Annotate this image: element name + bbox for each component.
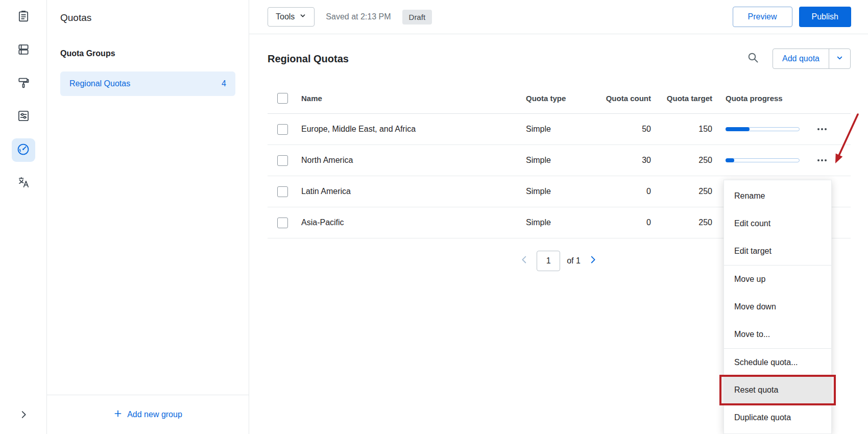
translate-icon [17, 176, 30, 191]
row-checkbox[interactable] [277, 218, 288, 228]
menu-item-edit-count[interactable]: Edit count [724, 210, 831, 237]
paint-roller-icon [17, 76, 30, 91]
save-status-text: Saved at 2:13 PM [326, 12, 391, 21]
menu-item-move-to[interactable]: Move to... [724, 321, 831, 348]
row-actions-menu-button[interactable] [813, 151, 831, 170]
preview-button[interactable]: Preview [733, 7, 792, 27]
rail-item-look-and-feel[interactable] [12, 72, 35, 95]
current-page-input[interactable]: 1 [537, 251, 560, 271]
quota-count: 0 [602, 218, 651, 227]
chevron-left-icon [519, 254, 530, 268]
quota-count: 0 [602, 187, 651, 196]
add-new-group-label: Add new group [127, 410, 182, 419]
quota-name: North America [301, 156, 526, 165]
module-rail [0, 0, 47, 434]
search-button[interactable] [747, 52, 759, 66]
add-new-group-button[interactable]: Add new group [47, 395, 249, 434]
quota-groups-panel: Quotas Quota Groups Regional Quotas 4 Ad… [47, 0, 249, 434]
quota-count: 30 [602, 156, 651, 165]
group-item-label: Regional Quotas [69, 79, 130, 88]
menu-item-edit-target[interactable]: Edit target [724, 237, 831, 265]
column-header-quota-progress: Quota progress [712, 94, 812, 103]
menu-item-rename[interactable]: Rename [724, 182, 831, 210]
section-header: Regional Quotas Add quota [249, 34, 868, 69]
row-actions-menu-button[interactable] [813, 120, 831, 138]
panel-title: Quotas [60, 12, 235, 23]
row-checkbox[interactable] [277, 155, 288, 166]
rail-item-blocks[interactable] [12, 39, 35, 62]
quota-name: Europe, Middle East, and Africa [301, 125, 526, 134]
sliders-icon [17, 109, 30, 125]
quota-count: 50 [602, 125, 651, 134]
gauge-icon [16, 142, 30, 158]
quota-progress-bar [712, 158, 812, 162]
rail-item-survey-builder[interactable] [12, 6, 35, 29]
column-header-quota-type: Quota type [526, 94, 602, 103]
survey-builder-icon [17, 10, 30, 25]
menu-item-move-up[interactable]: Move up [724, 266, 831, 293]
quota-target: 150 [651, 125, 712, 134]
menu-item-reset-quota[interactable]: Reset quota [724, 376, 831, 404]
row-context-menu: Rename Edit count Edit target Move up Mo… [724, 180, 832, 434]
row-checkbox[interactable] [277, 186, 288, 197]
row-checkbox[interactable] [277, 124, 288, 135]
app-root: Quotas Quota Groups Regional Quotas 4 Ad… [0, 0, 868, 434]
quota-name: Latin America [301, 187, 526, 196]
column-header-name: Name [301, 94, 526, 103]
topbar: Tools Saved at 2:13 PM Draft Preview Pub… [249, 0, 868, 34]
chevron-right-icon [18, 409, 29, 422]
group-item-regional-quotas[interactable]: Regional Quotas 4 [60, 71, 235, 96]
search-icon [747, 52, 759, 66]
quota-target: 250 [651, 156, 712, 165]
draft-status-badge: Draft [402, 10, 432, 25]
table-header-row: Name Quota type Quota count Quota target… [268, 83, 851, 114]
rail-item-quotas[interactable] [12, 138, 35, 162]
chevron-down-icon [299, 12, 306, 21]
table-row: North America Simple 30 250 [268, 145, 851, 176]
quota-type: Simple [526, 125, 602, 134]
expand-rail-button[interactable] [13, 405, 34, 426]
publish-button[interactable]: Publish [799, 7, 851, 27]
quota-type: Simple [526, 218, 602, 227]
column-header-quota-target: Quota target [651, 94, 712, 103]
table-row: Europe, Middle East, and Africa Simple 5… [268, 114, 851, 145]
quota-target: 250 [651, 187, 712, 196]
quota-name: Asia-Pacific [301, 218, 526, 227]
previous-page-button[interactable] [519, 254, 530, 268]
add-quota-split-button: Add quota [773, 49, 851, 69]
column-header-quota-count: Quota count [602, 94, 651, 103]
page-title: Regional Quotas [268, 53, 747, 65]
menu-item-schedule-quota[interactable]: Schedule quota... [724, 349, 831, 376]
quota-progress-bar [712, 127, 812, 131]
quota-groups-heading: Quota Groups [60, 49, 235, 58]
rail-item-translations[interactable] [12, 172, 35, 195]
tools-button[interactable]: Tools [268, 7, 315, 27]
select-all-checkbox[interactable] [277, 93, 288, 104]
add-quota-dropdown-button[interactable] [829, 49, 850, 68]
tools-button-label: Tools [276, 12, 295, 21]
rail-item-survey-options[interactable] [12, 105, 35, 129]
plus-icon [113, 409, 123, 420]
next-page-button[interactable] [587, 254, 598, 268]
menu-item-duplicate-quota[interactable]: Duplicate quota [724, 404, 831, 431]
group-item-count: 4 [222, 79, 226, 88]
quota-type: Simple [526, 156, 602, 165]
add-quota-button[interactable]: Add quota [773, 49, 829, 68]
page-count-label: of 1 [567, 256, 581, 266]
quota-type: Simple [526, 187, 602, 196]
menu-item-move-down[interactable]: Move down [724, 293, 831, 321]
quota-target: 250 [651, 218, 712, 227]
blocks-icon [17, 43, 30, 58]
chevron-down-icon [836, 54, 843, 64]
chevron-right-icon [587, 254, 598, 268]
